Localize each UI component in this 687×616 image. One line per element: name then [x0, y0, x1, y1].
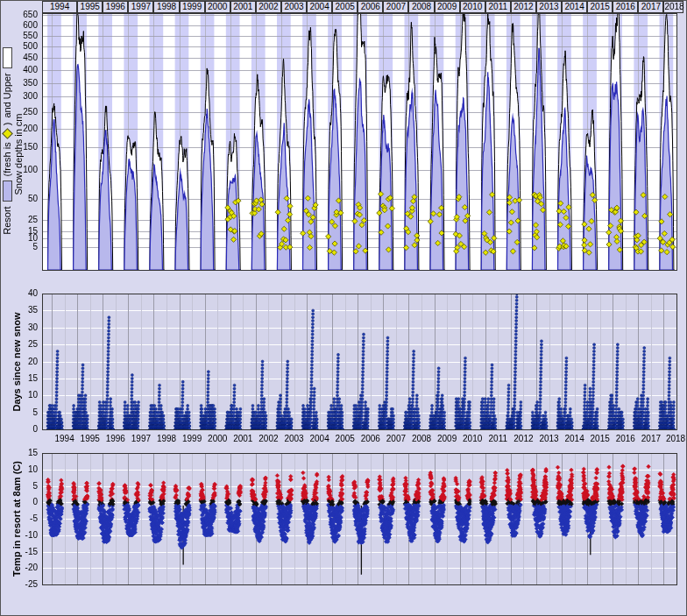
- snow-history-charts-canvas: [1, 1, 687, 616]
- snow-history-window: 1994199519961997199819992000200120022003…: [0, 0, 687, 616]
